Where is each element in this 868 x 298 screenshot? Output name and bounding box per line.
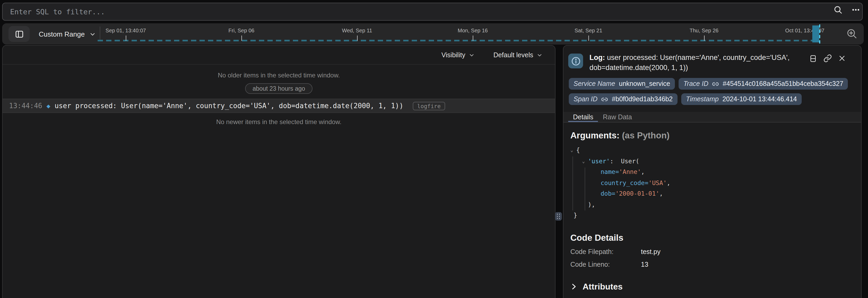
code-line: dob='2000-01-01', <box>570 188 852 199</box>
no-older-items-note: No older items in the selected time wind… <box>3 72 555 79</box>
sql-filter-input[interactable] <box>2 3 863 21</box>
tab-details[interactable]: Details <box>568 112 598 122</box>
chevron-right-icon <box>570 283 577 290</box>
visibility-dropdown[interactable]: Visibility <box>438 51 477 59</box>
arguments-code-tree: ⌄{ ⌄'user': User( name='Anne', country_c… <box>570 145 852 221</box>
code-line: ⌄{ <box>570 145 852 156</box>
code-details-heading: Code Details <box>570 233 852 242</box>
info-icon <box>568 54 583 68</box>
detail-title-kind: Log: <box>589 54 605 62</box>
chevron-down-icon <box>89 31 95 37</box>
indent-guide <box>572 157 573 210</box>
log-tag-logfire[interactable]: logfire <box>413 102 445 110</box>
time-ago-badge: about 23 hours ago <box>245 83 312 94</box>
log-detail-panel: Log: user processed: User(name='Anne', c… <box>563 45 862 298</box>
log-time: 13:44:46 <box>9 102 42 110</box>
trace-id-badge[interactable]: Trace ID #454514c0168a455a51bb4ceba354c3… <box>679 78 848 90</box>
log-list-header: Visibility Default levels <box>3 45 555 65</box>
link-icon <box>712 80 719 87</box>
indent-guide <box>585 168 585 210</box>
log-message: user processed: User(name='Anne', countr… <box>55 102 403 110</box>
service-name-badge: Service Name unknown_service <box>569 78 675 90</box>
arguments-heading: Arguments: (as Python) <box>570 130 852 140</box>
code-filepath-row: Code Filepath: test.py <box>570 248 852 255</box>
link-icon <box>601 96 608 103</box>
sidebar-toggle-button[interactable] <box>8 26 30 42</box>
timeline-selection-bar[interactable] <box>812 26 819 42</box>
code-line: country_code='USA', <box>570 177 852 188</box>
timeline-zoom-button[interactable] <box>846 28 858 39</box>
panel-left-icon <box>14 29 24 38</box>
more-options-icon[interactable] <box>851 5 861 14</box>
detail-header: Log: user processed: User(name='Anne', c… <box>563 45 861 73</box>
code-line: ), <box>570 199 852 210</box>
log-level-diamond-icon: ◆ <box>46 103 50 109</box>
timeline-activity-dashes <box>98 40 817 41</box>
chevron-down-icon <box>537 52 542 58</box>
detail-title-message: user processed: User(name='Anne', countr… <box>589 54 790 72</box>
detail-body: Arguments: (as Python) ⌄{ ⌄'user': User(… <box>563 130 861 298</box>
time-range-selector[interactable]: Custom Range <box>39 23 95 44</box>
attributes-section-toggle[interactable]: Attributes <box>570 282 852 291</box>
tab-raw-data[interactable]: Raw Data <box>598 112 637 122</box>
collapse-chevron-icon[interactable]: ⌄ <box>582 159 588 164</box>
detail-tabs: Details Raw Data <box>563 112 861 123</box>
detail-header-actions <box>809 54 846 63</box>
code-lineno-row: Code Lineno: 13 <box>570 261 852 268</box>
no-newer-items-note: No newer items in the selected time wind… <box>3 118 555 126</box>
detail-badges: Service Name unknown_service Trace ID #4… <box>563 73 861 105</box>
log-list-panel: Visibility Default levels No older items… <box>2 45 556 298</box>
detail-title: Log: user processed: User(name='Anne', c… <box>589 53 803 73</box>
log-row[interactable]: 13:44:46 ◆ user processed: User(name='An… <box>3 99 555 113</box>
code-line: } <box>570 210 852 221</box>
copy-link-icon[interactable] <box>824 54 832 63</box>
toggle-layout-icon[interactable] <box>809 54 817 62</box>
time-range-label: Custom Range <box>39 30 85 38</box>
chevron-down-icon <box>469 52 474 58</box>
logfire-app: Custom Range Sep 01, 13:40:07 Fri, Sep 0… <box>0 0 868 298</box>
code-line: ⌄'user': User( <box>570 156 852 166</box>
timeline-track[interactable] <box>100 23 837 44</box>
timeline-cursor-line <box>819 24 820 43</box>
filter-bar-actions <box>834 5 861 14</box>
code-line: name='Anne', <box>570 166 852 177</box>
collapse-chevron-icon[interactable]: ⌄ <box>570 148 576 153</box>
search-icon[interactable] <box>834 5 842 14</box>
span-id-badge[interactable]: Span ID #b0f0d9ed1ab346b2 <box>569 93 678 105</box>
close-icon[interactable] <box>838 55 846 62</box>
default-levels-dropdown[interactable]: Default levels <box>490 51 546 59</box>
zoom-in-icon <box>846 28 858 39</box>
timeline-bar: Custom Range Sep 01, 13:40:07 Fri, Sep 0… <box>2 23 864 44</box>
timestamp-badge: Timestamp 2024-10-01 13:44:46.414 <box>681 93 802 105</box>
panel-resize-handle[interactable] <box>555 212 562 221</box>
